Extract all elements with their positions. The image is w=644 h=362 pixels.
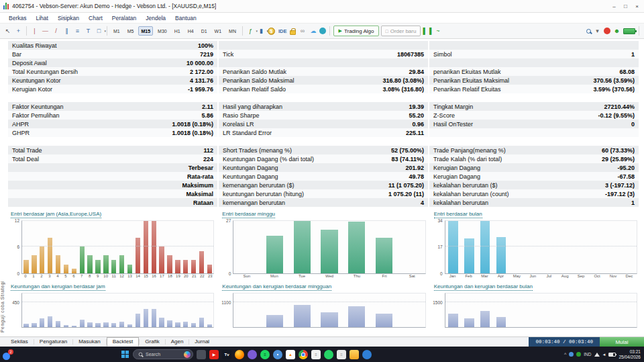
bar[interactable] [32,323,36,327]
bar[interactable] [23,324,28,327]
order-baru-button[interactable]: □Order baru [381,26,421,36]
bar[interactable] [448,221,458,273]
menu-item-chart[interactable]: Chart [84,13,107,24]
bar[interactable] [111,323,116,327]
bar[interactable] [119,255,124,273]
timeframe-mn[interactable]: MN [226,26,239,36]
whatsapp-icon[interactable] [324,350,333,359]
bar[interactable] [191,260,196,273]
market-watch-icon[interactable]: $ [268,28,275,35]
bar[interactable] [183,322,188,327]
close-button[interactable]: × [631,1,643,12]
chart-type-icon[interactable]: ▮▾ [257,26,266,36]
bar[interactable] [119,322,124,327]
bar[interactable] [152,220,156,273]
menu-item-sisipkan[interactable]: Sisipkan [53,13,84,24]
bar[interactable] [175,322,180,328]
document-icon[interactable]: ≡ [337,350,346,359]
bar[interactable] [127,265,132,273]
bar[interactable] [448,314,458,328]
trendline-icon[interactable]: / [52,26,60,36]
bar[interactable] [496,237,506,273]
battery-icon[interactable] [608,353,616,357]
bar[interactable] [167,320,172,327]
timeframe-w1[interactable]: W1 [212,26,225,36]
crosshair-icon[interactable]: + [14,26,23,36]
chrome-icon[interactable] [299,350,308,359]
settings-icon[interactable] [273,350,282,359]
bar[interactable] [266,315,283,327]
taskbar-search[interactable]: Search [133,349,193,359]
bar[interactable] [144,220,148,273]
search-dropdown-icon[interactable]: ▾ [593,26,602,36]
bar[interactable] [294,305,311,327]
timeframe-m1[interactable]: M1 [111,26,123,36]
bar[interactable] [136,238,140,273]
timeframe-m5[interactable]: M5 [125,26,137,36]
shapes-icon[interactable]: □▾ [95,26,103,36]
bar[interactable] [111,260,116,273]
bar[interactable] [56,255,60,273]
community-icon[interactable] [319,28,326,34]
volume-icon[interactable]: ◄ [602,353,606,357]
bar[interactable] [175,260,180,273]
blue-app-icon[interactable] [362,350,372,359]
search-icon[interactable] [586,29,591,34]
indicators-icon[interactable]: ƒ▾ [246,26,255,36]
text-icon[interactable]: T [84,26,93,36]
tab-pengaturan[interactable]: Pengaturan [34,337,72,347]
bar[interactable] [159,246,164,273]
bar[interactable] [207,324,212,327]
bar[interactable] [321,312,337,327]
bar[interactable] [64,325,68,327]
bar[interactable] [95,323,100,327]
bar[interactable] [348,222,365,273]
bar[interactable] [480,220,490,273]
bar[interactable] [266,236,283,273]
lock-icon[interactable] [290,30,296,35]
bar[interactable] [321,230,337,273]
trading-algo-button[interactable]: ▶Trading Algo [333,26,378,36]
bar[interactable] [376,314,392,327]
bar[interactable] [127,324,132,327]
bar[interactable] [152,309,156,327]
bar[interactable] [496,317,506,327]
bar[interactable] [294,220,311,273]
tray-app-icon-blue[interactable] [569,352,574,357]
bar[interactable] [199,251,204,273]
bar[interactable] [95,260,100,273]
tray-chevron-icon[interactable]: ^ [564,352,566,357]
timeframe-h4[interactable]: H4 [185,26,197,36]
bar[interactable] [167,255,172,273]
bar[interactable] [64,265,68,273]
bar[interactable] [72,326,76,327]
timeframe-h1[interactable]: H1 [172,26,183,36]
file-explorer-icon[interactable] [350,350,359,359]
spotify-icon[interactable]: ≡ [260,350,270,359]
bar[interactable] [80,320,85,327]
zigzag-icon[interactable]: ~ [433,26,442,36]
bar[interactable] [80,246,85,273]
tab-sekilas[interactable]: Sekilas [5,337,34,347]
vertical-line-icon[interactable]: | [30,26,39,36]
bar[interactable] [48,238,52,273]
bar[interactable] [191,323,196,327]
bar[interactable] [103,255,108,273]
chat-icon[interactable]: 2 [3,351,12,360]
vlc-icon[interactable]: ▲ [286,350,295,359]
start-button[interactable]: Mulai [600,337,644,347]
alerts-icon[interactable] [604,28,610,34]
depth-of-market-icon[interactable]: ▌▐ [423,26,431,36]
tradingview-icon[interactable]: Tv [222,350,231,359]
maximize-button[interactable]: □ [620,1,631,12]
bar[interactable] [72,269,76,273]
menu-item-berkas[interactable]: Berkas [4,13,31,24]
bar[interactable] [87,255,92,273]
bar[interactable] [464,318,474,328]
tab-grafik[interactable]: Grafik [140,337,164,347]
timeframe-m15[interactable]: M15 [138,26,153,36]
bar[interactable] [56,321,60,327]
bar[interactable] [159,318,164,327]
bar[interactable] [40,246,44,273]
timeframe-m30[interactable]: M30 [155,26,170,36]
